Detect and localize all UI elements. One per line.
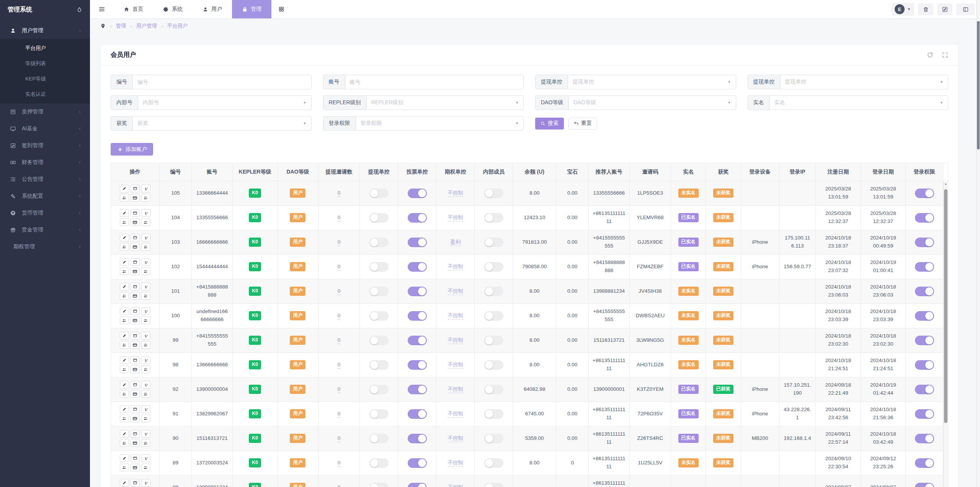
v-action-button[interactable]: v [141, 258, 150, 266]
internal-toggle[interactable] [484, 262, 503, 272]
edit-action-button[interactable] [120, 332, 129, 339]
option-control-link[interactable]: 不控制 [448, 190, 464, 197]
reset-button[interactable]: 重置 [568, 118, 597, 130]
team-action-button[interactable] [120, 243, 129, 251]
sidebar-item-user-mgmt[interactable]: 用户管理 [0, 22, 90, 39]
card-action-button[interactable] [131, 243, 140, 251]
invite-count-link[interactable]: 0 [338, 435, 341, 442]
window-action-button[interactable] [131, 381, 140, 389]
breadcrumb-link-user-mgmt[interactable]: 用户管理 [136, 23, 157, 30]
dao-level-select[interactable]: DAO等级▼ [569, 96, 735, 110]
nav-tab-users[interactable]: 用户 [193, 0, 232, 18]
id-input[interactable] [133, 75, 311, 89]
card-action-button[interactable] [131, 292, 140, 300]
vote_ctrl-toggle[interactable] [408, 385, 427, 394]
window-action-button[interactable] [131, 356, 140, 364]
nav-tab-admin[interactable]: 管理 [232, 0, 271, 18]
hamburger-icon[interactable] [90, 0, 114, 18]
refresh-icon[interactable] [927, 52, 933, 58]
invite-count-link[interactable]: 0 [338, 460, 341, 467]
perm-toggle[interactable] [915, 483, 934, 487]
option-control-link[interactable]: 不控制 [448, 215, 464, 221]
v-action-button[interactable]: v [141, 430, 150, 438]
window-action-button[interactable] [131, 258, 140, 266]
option-control-link[interactable]: 不控制 [448, 337, 464, 344]
sidebar-item-pledge-mgmt[interactable]: 质押管理 [0, 103, 90, 120]
vote_ctrl-toggle[interactable] [408, 360, 427, 370]
perm-toggle[interactable] [915, 458, 934, 468]
card-action-button[interactable] [131, 390, 140, 398]
option-control-link[interactable]: 不控制 [448, 288, 464, 295]
team-action-button[interactable] [141, 366, 150, 373]
internal-no-select[interactable]: 内部号▼ [138, 96, 311, 110]
withdraw_ctrl-toggle[interactable] [369, 262, 389, 272]
edit-action-button[interactable] [120, 307, 129, 315]
window-action-button[interactable] [131, 332, 140, 339]
user-menu-button[interactable]: E ▼ [891, 3, 914, 16]
option-control-link[interactable]: 不控制 [448, 264, 464, 271]
internal-toggle[interactable] [484, 434, 503, 443]
v-action-button[interactable]: v [141, 307, 150, 315]
edit-button[interactable] [937, 3, 952, 15]
card-action-button[interactable] [131, 439, 140, 447]
invite-count-link[interactable]: 0 [338, 337, 341, 344]
edit-action-button[interactable] [120, 234, 129, 241]
edit-action-button[interactable] [120, 405, 129, 413]
award-select[interactable]: 获奖▼ [133, 116, 311, 130]
option-control-link[interactable]: 不控制 [448, 411, 464, 418]
invite-count-link[interactable]: 0 [338, 484, 341, 487]
withdraw_ctrl-toggle[interactable] [369, 409, 389, 419]
add-account-button[interactable]: ＋ 添加账户 [111, 143, 153, 156]
withdraw_ctrl-toggle[interactable] [369, 287, 389, 296]
withdraw_ctrl-toggle[interactable] [369, 311, 389, 321]
option-control-link[interactable]: 不控制 [448, 386, 464, 393]
vote_ctrl-toggle[interactable] [408, 336, 427, 345]
v-action-button[interactable]: v [141, 332, 150, 339]
sidebar-item-notice-mgmt[interactable]: 公告管理 [0, 171, 90, 188]
team-action-button[interactable] [141, 292, 150, 300]
team-action-button[interactable] [120, 464, 129, 471]
invite-count-link[interactable]: 0 [338, 190, 341, 197]
repler-level-select[interactable]: REPLER级别▼ [367, 96, 523, 110]
perm-toggle[interactable] [915, 360, 934, 370]
window-action-button[interactable] [131, 185, 140, 192]
window-action-button[interactable] [131, 454, 140, 462]
vote_ctrl-toggle[interactable] [408, 189, 427, 198]
window-action-button[interactable] [131, 283, 140, 290]
perm-toggle[interactable] [915, 213, 934, 223]
edit-action-button[interactable] [120, 356, 129, 364]
withdraw-control-select-2[interactable]: 提现单控▼ [781, 75, 948, 89]
vote_ctrl-toggle[interactable] [408, 213, 427, 223]
breadcrumb-current[interactable]: 平台用户 [167, 23, 188, 30]
v-action-button[interactable]: v [141, 283, 150, 290]
invite-count-link[interactable]: 0 [338, 362, 341, 369]
invite-count-link[interactable]: 0 [338, 411, 341, 418]
perm-toggle[interactable] [915, 287, 934, 296]
perm-toggle[interactable] [915, 311, 934, 321]
nav-tab-home[interactable]: 首页 [114, 0, 153, 18]
team-action-button[interactable] [120, 267, 129, 275]
team-action-button[interactable] [120, 316, 129, 324]
withdraw_ctrl-toggle[interactable] [369, 336, 389, 345]
sidebar-item-realname-auth[interactable]: 实名认证 [0, 87, 90, 102]
team-action-button[interactable] [120, 415, 129, 422]
window-action-button[interactable] [131, 430, 140, 438]
edit-action-button[interactable] [120, 454, 129, 462]
vote_ctrl-toggle[interactable] [408, 458, 427, 468]
team-action-button[interactable] [120, 390, 129, 398]
account-input[interactable] [345, 75, 524, 89]
v-action-button[interactable]: v [141, 356, 150, 364]
invite-count-link[interactable]: 0 [338, 288, 341, 295]
vote_ctrl-toggle[interactable] [408, 262, 427, 272]
v-action-button[interactable]: v [141, 234, 150, 241]
sidebar-item-finance-mgmt[interactable]: 财务管理 [0, 154, 90, 171]
window-action-button[interactable] [131, 405, 140, 413]
perm-toggle[interactable] [915, 434, 934, 443]
withdraw_ctrl-toggle[interactable] [369, 360, 389, 370]
scroll-up-icon[interactable]: ▲ [944, 181, 948, 186]
team-action-button[interactable] [141, 267, 150, 275]
sidebar-item-bounty-mgmt[interactable]: 赏金管理 [0, 221, 90, 238]
sidebar-item-kep-level[interactable]: KEP等级 [0, 71, 90, 87]
search-button[interactable]: 搜索 [535, 118, 564, 130]
withdraw_ctrl-toggle[interactable] [369, 458, 389, 468]
